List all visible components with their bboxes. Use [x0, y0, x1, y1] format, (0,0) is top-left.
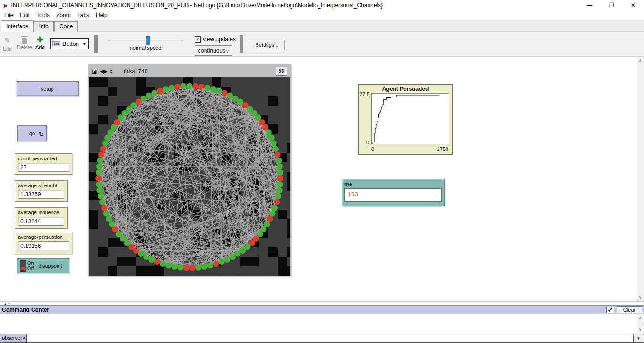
speed-slider-thumb[interactable] — [146, 36, 150, 45]
plot-area — [371, 93, 449, 144]
command-center-output[interactable]: ∧ ∨ — [0, 314, 644, 334]
monitor-count-persuaded: count-persuaded 27 — [15, 153, 72, 175]
monitor-label: average-persuation — [18, 234, 69, 240]
menu-file[interactable]: File — [1, 11, 17, 19]
speed-label: normal speed — [108, 45, 183, 51]
ticks-counter: ticks: 740 — [124, 68, 276, 75]
disappoint-switch[interactable]: On Off disappoint — [17, 258, 69, 273]
splitter-handle-icon[interactable]: ▲▼ — [4, 302, 11, 305]
tab-info[interactable]: Info — [34, 21, 54, 32]
abc-widget-icon: abc — [52, 41, 60, 46]
command-input[interactable] — [27, 334, 634, 343]
vertical-shift-icon[interactable]: ▲▼ — [110, 69, 112, 74]
diagonal-arrows-icon — [608, 308, 612, 312]
trash-icon — [22, 38, 27, 44]
scroll-up-icon[interactable]: ∧ — [636, 314, 644, 322]
go-button[interactable]: go ↻ — [17, 125, 47, 141]
switch-off-label: Off — [27, 266, 34, 271]
window-title: INTERPERSONAL_CHANNELS_INNOVATION_DIFFUS… — [11, 2, 579, 9]
tab-interface[interactable]: Interface — [1, 20, 34, 32]
menu-tabs[interactable]: Tabs — [74, 11, 93, 19]
main-vertical-scrollbar[interactable]: ∧ ∨ — [636, 57, 644, 301]
add-label: Add — [35, 44, 45, 50]
monitor-value: 0.19156 — [18, 241, 69, 250]
update-mode-value: continuous — [198, 47, 225, 54]
update-mode-dropdown[interactable]: continuous ∨ — [195, 45, 232, 56]
monitor-label: average-strenght — [18, 183, 64, 188]
plot-pen-line — [372, 94, 449, 144]
add-widget-button[interactable]: ✚ Add — [35, 36, 45, 50]
view-3d-button[interactable]: 3D — [276, 67, 287, 76]
prompt-history-dropdown[interactable]: ▼ — [634, 334, 644, 343]
observer-prompt-label[interactable]: observer> — [0, 334, 27, 343]
clear-button[interactable]: Clear — [617, 306, 642, 313]
monitor-label: average-influence — [18, 210, 64, 215]
menu-help[interactable]: Help — [93, 11, 111, 19]
plot-ytick-min: 0 — [366, 140, 369, 145]
toolbar-separator — [94, 35, 98, 53]
plot-title: Agent Persuaded — [359, 85, 452, 92]
plot-xtick-min: 0 — [371, 146, 374, 152]
monitor-value: 27 — [18, 163, 69, 172]
command-center-title: Command Center — [2, 307, 606, 313]
setup-label: setup — [41, 86, 54, 92]
world-view: ◪ ◀▶ ▲▼ ticks: 740 3D — [88, 64, 291, 276]
chevron-down-icon: ∨ — [226, 48, 229, 53]
plot-agent-persuaded: Agent Persuaded 27.5 0 0 1750 — [358, 84, 453, 155]
edit-widget-button[interactable]: ✎ Edit — [3, 36, 12, 52]
output-scrollbar[interactable]: ∧ ∨ — [636, 314, 644, 334]
menu-bar: File Edit Tools Zoom Tabs Help — [0, 10, 644, 20]
setup-button[interactable]: setup — [16, 81, 79, 96]
scroll-down-icon[interactable]: ∨ — [636, 326, 644, 334]
input-label: me — [344, 181, 442, 187]
monitor-average-persuation: average-persuation 0.19156 — [15, 232, 72, 254]
scroll-up-icon[interactable]: ∧ — [636, 57, 644, 64]
switch-handle[interactable] — [21, 266, 25, 271]
restore-button[interactable]: ❐ — [601, 0, 622, 10]
toolbar-separator — [240, 35, 243, 53]
close-button[interactable]: ✕ — [622, 0, 644, 10]
interface-canvas: setup go ↻ count-persuaded 27 average-st… — [0, 57, 644, 301]
plot-ytick-max: 27.5 — [360, 91, 369, 97]
speed-slider[interactable]: normal speed — [108, 36, 183, 51]
menu-edit[interactable]: Edit — [17, 11, 33, 19]
switch-on-label: On — [27, 261, 34, 266]
expand-icon[interactable] — [606, 307, 614, 313]
world-canvas[interactable] — [89, 77, 290, 276]
menu-zoom[interactable]: Zoom — [53, 11, 74, 19]
scroll-down-icon[interactable]: ∨ — [636, 294, 644, 301]
world-header: ◪ ◀▶ ▲▼ ticks: 740 3D — [89, 65, 290, 77]
speed-slider-track[interactable] — [108, 40, 183, 41]
switch-track[interactable] — [20, 260, 26, 272]
minimize-button[interactable]: — — [579, 0, 601, 10]
monitor-value: 0.13244 — [18, 217, 64, 226]
dropdown-arrow-icon: ▼ — [82, 42, 86, 46]
me-input-widget: me 103 — [342, 179, 445, 206]
monitor-average-influence: average-influence 0.13244 — [15, 207, 68, 229]
view-updates-label: view updates — [203, 36, 236, 43]
monitor-label: count-persuaded — [18, 156, 69, 161]
interface-toolbar: ✎ Edit Delete ✚ Add abc Button ▼ normal … — [0, 32, 644, 57]
horizontal-shift-icon[interactable]: ◀▶ — [100, 69, 106, 74]
edit-label: Edit — [3, 46, 12, 52]
interact-mode-icon[interactable]: ◪ — [92, 69, 97, 74]
tab-code[interactable]: Code — [54, 21, 78, 32]
tab-bar: Interface Info Code — [0, 20, 644, 32]
delete-label: Delete — [17, 44, 32, 50]
plus-icon: ✚ — [37, 36, 43, 44]
delete-widget-button[interactable]: Delete — [17, 36, 32, 50]
settings-button[interactable]: Settings... — [249, 40, 285, 50]
widget-type-dropdown[interactable]: abc Button ▼ — [50, 38, 89, 49]
command-center-splitter[interactable]: ▲▼ — [0, 301, 644, 305]
widget-type-value: Button — [62, 41, 82, 47]
view-updates-checkbox[interactable]: ✓ — [195, 36, 201, 43]
pencil-icon: ✎ — [4, 36, 10, 45]
monitor-value: 1.33359 — [18, 190, 64, 199]
monitor-average-strenght: average-strenght 1.33359 — [15, 180, 68, 202]
plot-xtick-max: 1750 — [437, 146, 448, 152]
input-value[interactable]: 103 — [344, 188, 442, 202]
title-bar: ➤ INTERPERSONAL_CHANNELS_INNOVATION_DIFF… — [0, 0, 644, 10]
menu-tools[interactable]: Tools — [33, 11, 53, 19]
go-label: go — [29, 131, 35, 136]
view-updates-group: ✓ view updates continuous ∨ — [195, 36, 236, 56]
